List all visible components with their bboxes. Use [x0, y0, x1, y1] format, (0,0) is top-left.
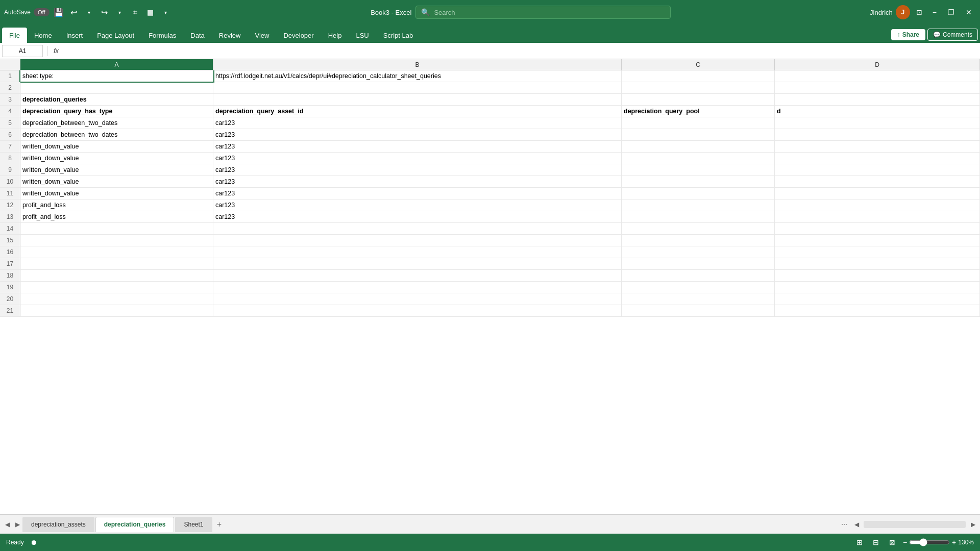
cell-b21[interactable] [213, 305, 622, 316]
cell-d19[interactable] [775, 282, 980, 293]
cell-a7[interactable]: written_down_value [20, 141, 213, 152]
cell-b8[interactable]: car123 [213, 153, 622, 164]
tab-view[interactable]: View [248, 28, 276, 43]
cell-a9[interactable]: written_down_value [20, 164, 213, 176]
cell-d20[interactable] [775, 293, 980, 305]
col-header-a[interactable]: A [20, 59, 213, 70]
comments-button[interactable]: 💬 Comments [927, 29, 978, 41]
share-window-icon[interactable]: ⊡ [913, 6, 925, 18]
cell-b15[interactable] [213, 235, 622, 246]
tab-help[interactable]: Help [321, 28, 349, 43]
cell-b10[interactable]: car123 [213, 176, 622, 187]
row-number[interactable]: 2 [0, 82, 20, 93]
redo-icon[interactable]: ↪ [99, 6, 111, 18]
cell-a11[interactable]: written_down_value [20, 188, 213, 199]
cell-b6[interactable]: car123 [213, 129, 622, 140]
row-number[interactable]: 5 [0, 117, 20, 129]
cell-b14[interactable] [213, 223, 622, 234]
search-input[interactable] [434, 9, 665, 16]
cell-b17[interactable] [213, 258, 622, 269]
save-icon[interactable]: 💾 [53, 6, 65, 18]
sheet-tab-sheet1[interactable]: Sheet1 [175, 517, 212, 532]
cell-a4[interactable]: depreciation_query_has_type [20, 106, 213, 117]
cell-a12[interactable]: profit_and_loss [20, 199, 213, 211]
cell-d9[interactable] [775, 164, 980, 176]
col-header-b[interactable]: B [213, 59, 622, 70]
cell-d7[interactable] [775, 141, 980, 152]
row-number[interactable]: 16 [0, 246, 20, 258]
close-button[interactable]: ✕ [962, 8, 976, 16]
cell-c12[interactable] [622, 199, 775, 211]
cell-a18[interactable] [20, 270, 213, 281]
tab-script-lab[interactable]: Script Lab [376, 28, 421, 43]
cell-c14[interactable] [622, 223, 775, 234]
row-number[interactable]: 20 [0, 293, 20, 305]
cell-a2[interactable] [20, 82, 213, 93]
cell-d6[interactable] [775, 129, 980, 140]
cell-c19[interactable] [622, 282, 775, 293]
cell-c5[interactable] [622, 117, 775, 129]
page-break-view-button[interactable]: ⊠ [887, 537, 898, 548]
cell-b3[interactable] [213, 94, 622, 105]
autosave-toggle[interactable]: Off [34, 8, 49, 16]
zoom-slider[interactable] [909, 538, 950, 546]
user-avatar[interactable]: J [896, 5, 910, 19]
cell-d21[interactable] [775, 305, 980, 316]
cell-d8[interactable] [775, 153, 980, 164]
cell-d12[interactable] [775, 199, 980, 211]
cell-c8[interactable] [622, 153, 775, 164]
cell-a3[interactable]: depreciation_queries [20, 94, 213, 105]
col-header-c[interactable]: C [622, 59, 775, 70]
cell-a5[interactable]: depreciation_between_two_dates [20, 117, 213, 129]
cell-b16[interactable] [213, 246, 622, 258]
tab-review[interactable]: Review [212, 28, 248, 43]
cell-c20[interactable] [622, 293, 775, 305]
cell-c10[interactable] [622, 176, 775, 187]
add-sheet-button[interactable]: + [213, 518, 226, 531]
cell-d5[interactable] [775, 117, 980, 129]
sheet-tab-depreciation-queries[interactable]: depreciation_queries [95, 517, 175, 532]
cell-c7[interactable] [622, 141, 775, 152]
cell-d15[interactable] [775, 235, 980, 246]
cell-b13[interactable]: car123 [213, 211, 622, 222]
undo-icon[interactable]: ↩ [68, 6, 80, 18]
cell-a17[interactable] [20, 258, 213, 269]
page-layout-view-button[interactable]: ⊟ [870, 537, 881, 548]
cell-d13[interactable] [775, 211, 980, 222]
name-box[interactable] [2, 45, 43, 57]
cell-c16[interactable] [622, 246, 775, 258]
cell-c9[interactable] [622, 164, 775, 176]
cell-a15[interactable] [20, 235, 213, 246]
cell-a6[interactable]: depreciation_between_two_dates [20, 129, 213, 140]
cell-d17[interactable] [775, 258, 980, 269]
row-number[interactable]: 17 [0, 258, 20, 269]
search-box[interactable]: 🔍 [415, 6, 671, 19]
formula-icon[interactable]: ⌗ [129, 6, 141, 18]
cell-d18[interactable] [775, 270, 980, 281]
row-number[interactable]: 14 [0, 223, 20, 234]
zoom-out-icon[interactable]: − [903, 538, 907, 546]
cell-b2[interactable] [213, 82, 622, 93]
cell-c13[interactable] [622, 211, 775, 222]
cell-c21[interactable] [622, 305, 775, 316]
cell-b12[interactable]: car123 [213, 199, 622, 211]
cell-d2[interactable] [775, 82, 980, 93]
zoom-in-icon[interactable]: + [952, 538, 956, 546]
horizontal-scrollbar[interactable]: ◀ ▶ [851, 519, 978, 530]
cell-c15[interactable] [622, 235, 775, 246]
row-number[interactable]: 18 [0, 270, 20, 281]
scroll-right-icon[interactable]: ▶ [968, 519, 978, 530]
cell-b18[interactable] [213, 270, 622, 281]
tab-lsu[interactable]: LSU [349, 28, 376, 43]
row-number[interactable]: 4 [0, 106, 20, 117]
row-number[interactable]: 6 [0, 129, 20, 140]
row-number[interactable]: 13 [0, 211, 20, 222]
cell-b20[interactable] [213, 293, 622, 305]
cell-d3[interactable] [775, 94, 980, 105]
tab-home[interactable]: Home [27, 28, 59, 43]
row-number[interactable]: 8 [0, 153, 20, 164]
cell-a13[interactable]: profit_and_loss [20, 211, 213, 222]
cell-a8[interactable]: written_down_value [20, 153, 213, 164]
cell-d11[interactable] [775, 188, 980, 199]
cell-b9[interactable]: car123 [213, 164, 622, 176]
